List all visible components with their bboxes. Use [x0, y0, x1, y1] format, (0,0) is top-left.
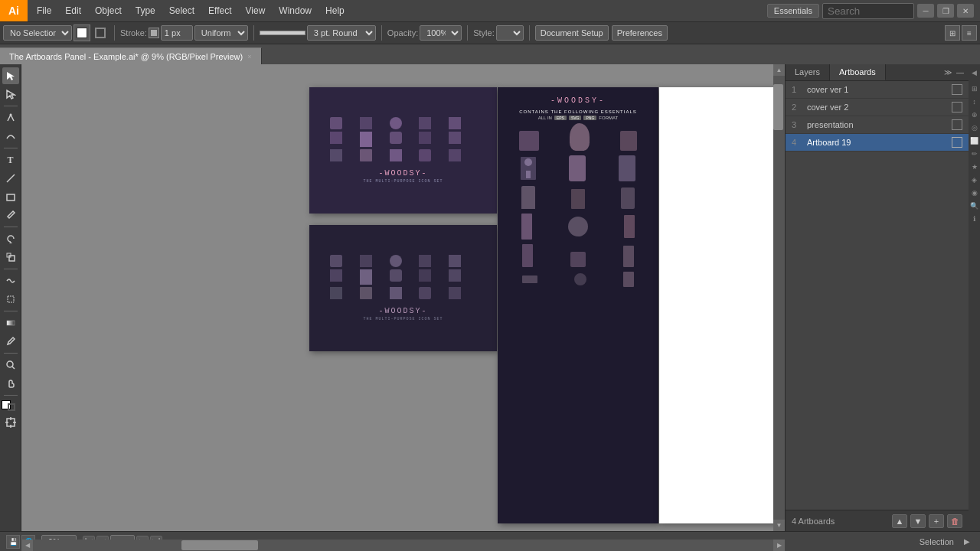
- scroll-right-button[interactable]: ▶: [773, 540, 785, 551]
- delete-artboard-button[interactable]: 🗑: [947, 514, 962, 528]
- menu-object[interactable]: Object: [89, 3, 128, 18]
- artboard-num-4: 4: [792, 138, 802, 147]
- artboard-4[interactable]: [659, 87, 773, 523]
- pathfinder-icon[interactable]: ⊕: [969, 109, 979, 119]
- scroll-thumb-v[interactable]: [773, 84, 783, 130]
- brushes-icon[interactable]: ✏: [969, 148, 979, 158]
- stroke-group: Stroke: Uniform: [120, 25, 248, 41]
- direct-selection-tool[interactable]: [2, 86, 19, 103]
- selection-tool[interactable]: [2, 67, 19, 84]
- panel-menu-button[interactable]: ≫: [942, 67, 953, 78]
- align-icon[interactable]: ≡: [962, 25, 977, 41]
- artboard-visibility-1[interactable]: [952, 84, 962, 95]
- artboard-num-3: 3: [792, 120, 802, 129]
- zoom-tool[interactable]: [2, 357, 19, 373]
- menu-select[interactable]: Select: [163, 3, 201, 18]
- selection-dropdown[interactable]: No Selection: [3, 25, 72, 41]
- statusbar-expand-icon[interactable]: ▶: [960, 535, 974, 549]
- restore-button[interactable]: ❐: [937, 4, 954, 18]
- color-icon[interactable]: ◎: [969, 122, 979, 132]
- rotate-tool[interactable]: [2, 230, 19, 247]
- artboard-tool[interactable]: [2, 414, 19, 431]
- prefs-button[interactable]: Preferences: [612, 25, 668, 41]
- scale-tool[interactable]: [2, 249, 19, 266]
- document-tab[interactable]: The Artboards Panel - Example.ai* @ 9% (…: [0, 47, 262, 64]
- minimize-button[interactable]: ─: [917, 4, 934, 18]
- scroll-left-button[interactable]: ◀: [21, 540, 33, 551]
- stroke-swatch[interactable]: [92, 24, 109, 41]
- artboard-visibility-4[interactable]: [952, 137, 962, 148]
- toolbar-right-icons: ⊞ ≡: [945, 25, 977, 41]
- save-status-icon[interactable]: 💾: [6, 535, 20, 549]
- swatches-icon[interactable]: ⬜: [969, 135, 979, 145]
- move-up-button[interactable]: ▲: [892, 514, 907, 528]
- canvas-scrollbar-h[interactable]: ◀ ▶: [21, 540, 785, 551]
- fill-swatch[interactable]: [74, 24, 90, 41]
- line-tool[interactable]: [2, 170, 19, 187]
- doc-setup-button[interactable]: Document Setup: [535, 25, 609, 41]
- eyedropper-tool[interactable]: [2, 333, 19, 350]
- artboard-name-3: presentation: [807, 120, 947, 129]
- stroke-width-input[interactable]: [161, 25, 193, 41]
- move-down-button[interactable]: ▼: [910, 514, 926, 528]
- paintbrush-tool[interactable]: [2, 207, 19, 223]
- scroll-down-button[interactable]: ▼: [773, 520, 785, 531]
- artboard-row-2[interactable]: 2 cover ver 2: [786, 99, 969, 116]
- gradient-tool[interactable]: [2, 315, 19, 331]
- hand-tool[interactable]: [2, 375, 19, 392]
- warp-tool[interactable]: [2, 272, 19, 289]
- close-button[interactable]: ✕: [957, 4, 974, 18]
- artboards-tab[interactable]: Artboards: [830, 64, 886, 80]
- info-icon[interactable]: ℹ: [969, 214, 979, 223]
- symbols-icon[interactable]: ★: [969, 161, 979, 171]
- new-artboard-button[interactable]: +: [929, 514, 944, 528]
- scroll-track-h[interactable]: [33, 540, 773, 551]
- close-tab-button[interactable]: ×: [247, 53, 251, 60]
- menu-file[interactable]: File: [31, 3, 57, 18]
- stroke-cap-dropdown[interactable]: 3 pt. Round: [307, 25, 376, 41]
- scroll-up-button[interactable]: ▲: [773, 64, 785, 76]
- curvature-tool[interactable]: [2, 128, 19, 145]
- canvas-scrollbar-v[interactable]: ▲ ▼: [773, 64, 785, 531]
- scroll-track-v[interactable]: [773, 76, 785, 520]
- graphic-styles-icon[interactable]: ◈: [969, 174, 979, 184]
- transform-icon[interactable]: ↕: [969, 96, 979, 106]
- opacity-dropdown[interactable]: 100%: [420, 25, 462, 41]
- menu-window[interactable]: Window: [273, 3, 318, 18]
- appearance-icon[interactable]: ◉: [969, 187, 979, 197]
- stroke-type-dropdown[interactable]: Uniform: [194, 25, 248, 41]
- type-tool[interactable]: T: [2, 152, 19, 168]
- artboard-num-2: 2: [792, 103, 802, 112]
- artboard-row-3[interactable]: 3 presentation: [786, 116, 969, 134]
- panel-collapse-button[interactable]: —: [955, 67, 965, 78]
- search-input[interactable]: [822, 3, 914, 19]
- rect-tool[interactable]: [2, 188, 19, 205]
- artboard-row-4[interactable]: 4 Artboard 19: [786, 134, 969, 152]
- style-dropdown[interactable]: [496, 25, 524, 41]
- layers-tab[interactable]: Layers: [786, 64, 830, 80]
- artboard-1[interactable]: -WOODSY- THE MULTI-PURPOSE ICON SET: [309, 87, 497, 214]
- menu-view[interactable]: View: [240, 3, 272, 18]
- artboard-name-4: Artboard 19: [807, 138, 947, 147]
- artboard-visibility-3[interactable]: [952, 119, 962, 130]
- navigator-icon[interactable]: 🔍: [969, 201, 979, 210]
- artboard-visibility-2[interactable]: [952, 102, 962, 112]
- menu-type[interactable]: Type: [129, 3, 162, 18]
- menu-effect[interactable]: Effect: [202, 3, 237, 18]
- align-right-icon[interactable]: ⊞: [969, 83, 979, 93]
- artboard-3[interactable]: -WOODSY- CONTAINS THE FOLLOWING ESSENTIA…: [498, 87, 658, 523]
- canvas-area[interactable]: -WOODSY- THE MULTI-PURPOSE ICON SET: [21, 64, 773, 531]
- menu-help[interactable]: Help: [319, 3, 351, 18]
- essentials-dropdown[interactable]: Essentials: [767, 4, 819, 18]
- arrange-icon[interactable]: ⊞: [945, 25, 960, 41]
- stroke-color-box[interactable]: [149, 28, 159, 38]
- free-transform-tool[interactable]: [2, 291, 19, 308]
- pen-tool[interactable]: [2, 109, 19, 126]
- fill-stroke-indicator[interactable]: [2, 400, 19, 409]
- collapse-panel-icon[interactable]: ◀: [969, 67, 979, 77]
- menu-edit[interactable]: Edit: [59, 3, 87, 18]
- artboard-2[interactable]: -WOODSY- THE MULTI-PURPOSE ICON SET: [309, 225, 497, 351]
- scroll-thumb-h[interactable]: [181, 540, 258, 550]
- artboard-row-1[interactable]: 1 cover ver 1: [786, 81, 969, 99]
- svg-line-8: [12, 367, 15, 369]
